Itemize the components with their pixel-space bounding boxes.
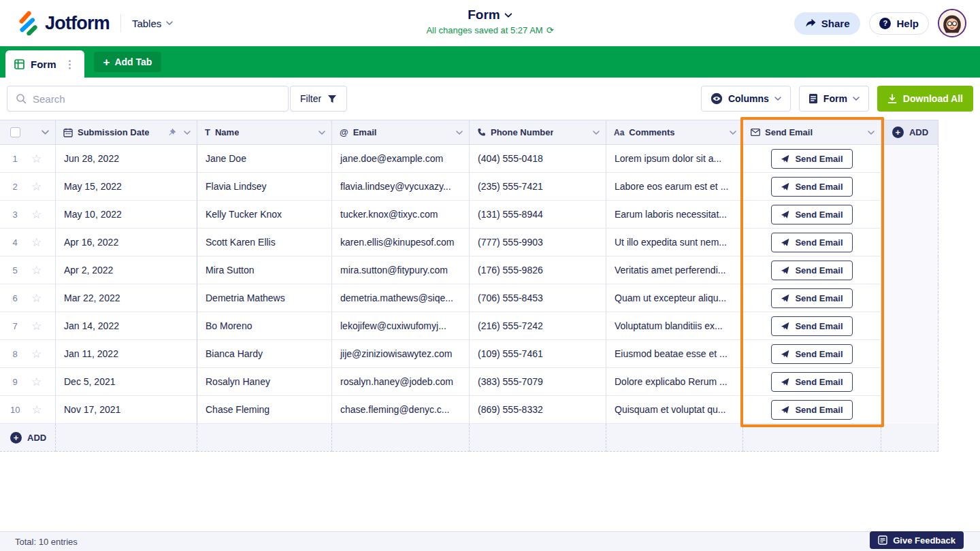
cell-submission-date[interactable]: Mar 22, 2022 <box>56 284 197 312</box>
tab-form[interactable]: Form ⋮ <box>5 50 84 78</box>
cell-submission-date[interactable]: Apr 16, 2022 <box>56 229 197 256</box>
star-icon[interactable]: ☆ <box>31 265 42 276</box>
cell-submission-date[interactable]: Apr 2, 2022 <box>56 256 197 284</box>
column-header-submission-date[interactable]: Submission Date <box>56 120 197 145</box>
send-email-button[interactable]: Send Email <box>771 344 852 364</box>
cell-name[interactable]: Scott Karen Ellis <box>197 229 332 256</box>
star-icon[interactable]: ☆ <box>31 153 42 165</box>
document-title-dropdown[interactable]: Form <box>426 7 553 22</box>
cell-comments[interactable]: Voluptatum blanditiis ex... <box>606 312 743 340</box>
share-button[interactable]: Share <box>794 12 861 35</box>
cell-phone[interactable]: (109) 555-7461 <box>470 340 606 368</box>
search-box[interactable] <box>7 86 289 112</box>
add-tab-button[interactable]: + Add Tab <box>94 52 162 72</box>
column-header-email[interactable]: @ Email <box>332 120 470 145</box>
send-email-button[interactable]: Send Email <box>771 261 852 280</box>
cell-name[interactable]: Flavia Lindsey <box>197 173 332 201</box>
help-button[interactable]: ? Help <box>869 12 929 35</box>
star-icon[interactable]: ☆ <box>31 209 42 220</box>
add-row-button[interactable]: + ADD <box>10 432 46 444</box>
jotform-logo[interactable]: Jotform <box>14 11 110 35</box>
cell-phone[interactable]: (383) 555-7079 <box>470 368 606 396</box>
cell-phone[interactable]: (404) 555-0418 <box>470 145 606 173</box>
tab-options-icon[interactable]: ⋮ <box>63 58 78 71</box>
add-column-button[interactable]: + ADD <box>881 120 938 145</box>
cell-phone[interactable]: (216) 555-7242 <box>470 312 606 340</box>
columns-button[interactable]: Columns <box>701 86 791 112</box>
cell-name[interactable]: Bo Moreno <box>197 312 332 340</box>
cell-phone[interactable]: (869) 555-8332 <box>470 396 606 424</box>
cell-email[interactable]: lekojifew@cuxiwufomyj... <box>332 312 470 340</box>
user-avatar[interactable] <box>938 9 966 37</box>
cell-phone[interactable]: (235) 555-7421 <box>470 173 606 201</box>
cell-comments[interactable]: Veritatis amet perferendi... <box>606 256 743 284</box>
download-all-button[interactable]: Download All <box>877 86 973 112</box>
cell-submission-date[interactable]: Jun 28, 2022 <box>56 145 197 173</box>
chevron-down-icon[interactable] <box>184 131 191 135</box>
chevron-down-icon[interactable] <box>730 131 736 135</box>
send-email-button[interactable]: Send Email <box>771 400 852 420</box>
cell-comments[interactable]: Dolore explicabo Rerum ... <box>606 368 743 396</box>
tables-dropdown[interactable]: Tables <box>132 18 173 29</box>
filter-button[interactable]: Filter <box>290 86 347 112</box>
star-icon[interactable]: ☆ <box>31 404 42 416</box>
cell-phone[interactable]: (131) 555-8944 <box>470 201 606 229</box>
cell-name[interactable]: Kelly Tucker Knox <box>197 201 332 229</box>
cell-comments[interactable]: Quam ut excepteur aliqu... <box>606 284 743 312</box>
star-icon[interactable]: ☆ <box>31 320 42 332</box>
send-email-button[interactable]: Send Email <box>771 316 852 336</box>
cell-phone[interactable]: (176) 555-9826 <box>470 256 606 284</box>
column-header-comments[interactable]: Aa Comments <box>606 120 743 145</box>
send-email-button[interactable]: Send Email <box>771 205 852 224</box>
cell-email[interactable]: demetria.mathews@siqe... <box>332 284 470 312</box>
pin-icon[interactable] <box>168 129 176 137</box>
chevron-down-icon[interactable] <box>318 131 325 135</box>
chevron-down-icon[interactable] <box>456 131 463 135</box>
cell-name[interactable]: Demetria Mathews <box>197 284 332 312</box>
add-row-gutter[interactable]: + ADD <box>0 424 56 452</box>
star-icon[interactable]: ☆ <box>31 348 42 360</box>
star-icon[interactable]: ☆ <box>31 376 42 388</box>
cell-name[interactable]: Mira Sutton <box>197 256 332 284</box>
send-email-button[interactable]: Send Email <box>771 288 852 308</box>
star-icon[interactable]: ☆ <box>31 237 42 248</box>
star-icon[interactable]: ☆ <box>31 293 42 304</box>
cell-email[interactable]: mira.sutton@fitypury.com <box>332 256 470 284</box>
column-header-name[interactable]: T Name <box>197 120 332 145</box>
cell-email[interactable]: jane.doe@example.com <box>332 145 470 173</box>
chevron-down-icon[interactable] <box>593 131 600 135</box>
give-feedback-button[interactable]: Give Feedback <box>870 531 964 549</box>
cell-submission-date[interactable]: Jan 14, 2022 <box>56 312 197 340</box>
form-view-button[interactable]: Form <box>799 86 869 112</box>
chevron-down-icon[interactable] <box>42 130 49 135</box>
column-header-phone-number[interactable]: Phone Number <box>470 120 606 145</box>
cell-name[interactable]: Bianca Hardy <box>197 340 332 368</box>
send-email-button[interactable]: Send Email <box>771 177 852 197</box>
cell-email[interactable]: jije@ziniziowisawytez.com <box>332 340 470 368</box>
cell-comments[interactable]: Eiusmod beatae esse et ... <box>606 340 743 368</box>
cell-name[interactable]: Jane Doe <box>197 145 332 173</box>
cell-comments[interactable]: Quisquam et voluptat qu... <box>606 396 743 424</box>
select-all-checkbox[interactable] <box>10 127 20 137</box>
cell-email[interactable]: flavia.lindsey@vycuxazy... <box>332 173 470 201</box>
cell-phone[interactable]: (777) 555-9903 <box>470 229 606 256</box>
cell-email[interactable]: chase.fleming@denyc.c... <box>332 396 470 424</box>
chevron-down-icon[interactable] <box>868 131 875 135</box>
cell-name[interactable]: Chase Fleming <box>197 396 332 424</box>
send-email-button[interactable]: Send Email <box>771 233 852 252</box>
cell-email[interactable]: tucker.knox@tixyc.com <box>332 201 470 229</box>
search-input[interactable] <box>33 93 280 105</box>
column-header-send-email[interactable]: Send Email <box>743 120 881 145</box>
cell-email[interactable]: karen.ellis@kinupesof.com <box>332 229 470 256</box>
cell-submission-date[interactable]: Nov 17, 2021 <box>56 396 197 424</box>
cell-submission-date[interactable]: Dec 5, 2021 <box>56 368 197 396</box>
refresh-icon[interactable]: ⟳ <box>546 25 554 35</box>
cell-comments[interactable]: Earum laboris necessitat... <box>606 201 743 229</box>
star-icon[interactable]: ☆ <box>31 181 42 193</box>
cell-name[interactable]: Rosalyn Haney <box>197 368 332 396</box>
cell-submission-date[interactable]: Jan 11, 2022 <box>56 340 197 368</box>
send-email-button[interactable]: Send Email <box>771 149 852 169</box>
cell-comments[interactable]: Lorem ipsum dolor sit a... <box>606 145 743 173</box>
cell-comments[interactable]: Ut illo expedita sunt nem... <box>606 229 743 256</box>
cell-email[interactable]: rosalyn.haney@jodeb.com <box>332 368 470 396</box>
